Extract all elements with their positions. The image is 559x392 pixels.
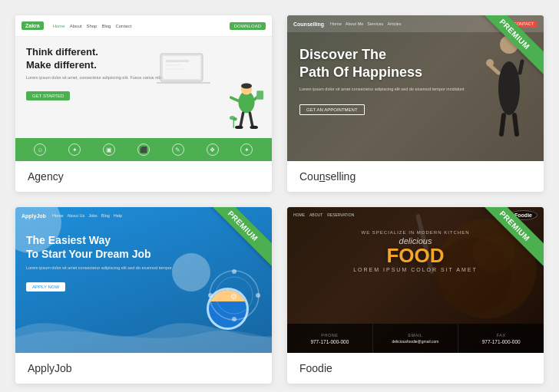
agency-nav-link-home: Home <box>53 24 65 28</box>
food-nav-about: ABOUT <box>309 212 322 217</box>
applyjob-nav-jobs: Jobs <box>88 213 98 218</box>
agency-nav-link-blog: Blog <box>101 24 111 28</box>
agency-illustration <box>227 81 266 138</box>
agency-green-bar: ☺ ✦ ▣ ⬛ ✎ ❖ ✦ <box>15 138 272 161</box>
svg-text:⚙: ⚙ <box>230 292 237 301</box>
agency-headline: Think different. Make different. <box>26 46 261 72</box>
food-footer-email-label: EMAIL <box>408 333 423 338</box>
agency-nav-link-about: About <box>70 24 82 28</box>
agency-logo: Zakra <box>22 21 44 30</box>
counselling-nav-home: Home <box>330 21 342 26</box>
applyjob-nav-blog: Blog <box>101 213 110 218</box>
svg-line-23 <box>520 61 522 73</box>
agency-nav: Zakra Home About Shop Blog Contact DOWNL… <box>15 15 272 37</box>
svg-rect-5 <box>256 91 263 99</box>
applyjob-preview: PREMIUM ApplyJob Home About Us Jobs Blog… <box>15 207 272 353</box>
svg-point-8 <box>235 126 243 129</box>
svg-line-25 <box>514 115 517 134</box>
food-footer: PHONE 977-171-000-000 EMAIL deliciousfoo… <box>287 324 544 353</box>
food-nav-home: HOME <box>293 212 305 217</box>
agency-label: Agency <box>15 161 272 192</box>
agency-nav-link-shop: Shop <box>86 24 97 28</box>
svg-rect-17 <box>166 68 184 70</box>
counselling-card[interactable]: PREMIUM Counselling Home About Me Servic… <box>287 15 544 192</box>
icon-circle-7: ✦ <box>240 143 253 156</box>
svg-point-2 <box>241 84 252 89</box>
icon-circle-4: ⬛ <box>137 143 150 156</box>
svg-point-29 <box>256 293 260 298</box>
svg-line-3 <box>231 97 239 100</box>
applyjob-nav-help: Help <box>114 213 122 218</box>
svg-rect-14 <box>163 56 200 79</box>
svg-point-31 <box>208 293 213 298</box>
counselling-nav-about: About Me <box>346 21 364 26</box>
svg-line-6 <box>240 113 243 127</box>
svg-point-20 <box>498 61 520 115</box>
food-subtitle: LOREM IPSUM COLOR SIT AMET <box>298 267 533 272</box>
food-card[interactable]: PREMIUM HOME ABOUT RESERVATION Foodie WE… <box>287 207 544 384</box>
agency-label-text: Agency <box>28 170 64 183</box>
agency-hero-text: Think different. Make different. Lorem i… <box>26 46 261 129</box>
counselling-cta: GET AN APPOINTMENT <box>299 104 365 115</box>
agency-card[interactable]: Zakra Home About Shop Blog Contact DOWNL… <box>15 15 272 192</box>
food-footer-fax: FAX 977-171-000-000 <box>458 324 544 353</box>
applyjob-nav-about: About Us <box>68 213 85 218</box>
laptop-illustration <box>157 52 210 91</box>
food-footer-phone: PHONE 977-171-000-000 <box>287 324 373 353</box>
svg-point-28 <box>232 269 237 274</box>
agency-preview: Zakra Home About Shop Blog Contact DOWNL… <box>15 15 272 161</box>
agency-hero: Think different. Make different. Lorem i… <box>15 37 272 138</box>
icon-circle-3: ▣ <box>103 143 115 156</box>
svg-point-12 <box>233 117 237 120</box>
applyjob-card[interactable]: PREMIUM ApplyJob Home About Us Jobs Blog… <box>15 207 272 384</box>
food-pre-title: WE SPECIALIZE IN MODERN KITCHEN <box>298 230 533 235</box>
food-footer-fax-label: FAX <box>497 333 506 338</box>
applyjob-label-text: ApplyJob <box>28 362 72 374</box>
food-preview: PREMIUM HOME ABOUT RESERVATION Foodie WE… <box>287 207 544 353</box>
food-footer-email-value: deliciousfoodie@gmail.com <box>392 339 439 344</box>
svg-line-7 <box>250 113 253 127</box>
food-label: Foodie <box>287 353 544 384</box>
svg-point-9 <box>250 126 258 129</box>
agency-sub: Lorem ipsum dolor sit amet, consectetur … <box>26 75 261 81</box>
svg-point-30 <box>232 317 237 321</box>
icon-circle-2: ✦ <box>68 143 81 156</box>
applyjob-circles: ⚙ <box>207 268 261 322</box>
cards-grid: Zakra Home About Shop Blog Contact DOWNL… <box>15 15 544 384</box>
applyjob-cta: APPLY NOW <box>26 282 65 292</box>
svg-line-24 <box>501 115 504 134</box>
counselling-nav-articles: Articles <box>387 21 401 26</box>
food-title-big: FOOD <box>298 245 533 265</box>
counselling-preview: PREMIUM Counselling Home About Me Servic… <box>287 15 544 161</box>
agency-hero-cta: GET STARTED <box>26 91 70 100</box>
food-nav-reservation: RESERVATION <box>327 212 354 217</box>
food-footer-email: EMAIL deliciousfoodie@gmail.com <box>373 324 459 353</box>
applyjob-title: The Easiest Way To Start Your Dream Job <box>26 233 261 261</box>
icon-circle-6: ❖ <box>207 143 219 156</box>
food-footer-phone-value: 977-171-000-000 <box>310 339 349 344</box>
agency-nav-link-contact: Contact <box>115 24 131 28</box>
counselling-label: Counselling <box>287 161 544 192</box>
counselling-logo: Counselling <box>293 21 324 27</box>
agency-nav-cta: DOWNLOAD <box>230 22 266 30</box>
applyjob-label: ApplyJob <box>15 353 272 384</box>
counselling-nav-services: Services <box>367 21 383 26</box>
food-footer-fax-value: 977-171-000-000 <box>482 339 521 344</box>
food-label-text: Foodie <box>299 362 332 374</box>
svg-point-22 <box>486 59 494 67</box>
food-footer-phone-label: PHONE <box>321 333 338 338</box>
svg-rect-16 <box>166 64 181 66</box>
counselling-label-underline: n <box>319 170 326 183</box>
icon-circle-1: ☺ <box>34 143 46 156</box>
svg-rect-15 <box>166 60 189 62</box>
food-content: WE SPECIALIZE IN MODERN KITCHEN deliciou… <box>287 222 544 280</box>
icon-circle-5: ✎ <box>172 143 184 156</box>
